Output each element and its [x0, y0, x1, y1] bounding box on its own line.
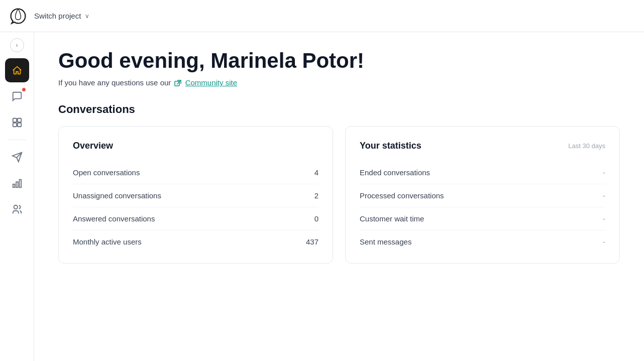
stat-open-label: Open conversations: [73, 168, 140, 177]
sidebar-item-home[interactable]: [5, 58, 29, 82]
overview-card-header: Overview: [73, 141, 318, 151]
svg-rect-7: [16, 182, 18, 187]
stat-open-conversations: Open conversations 4: [73, 161, 318, 184]
stat-ended-value: -: [603, 168, 605, 177]
main-layout: ›: [0, 32, 644, 361]
sidebar: ›: [0, 32, 34, 361]
cards-row: Overview Open conversations 4 Unassigned…: [58, 126, 620, 264]
stat-mau-label: Monthly active users: [73, 237, 142, 246]
sidebar-item-contacts[interactable]: [5, 197, 29, 221]
overview-stats-list: Open conversations 4 Unassigned conversa…: [73, 161, 318, 253]
stat-sent-messages: Sent messages -: [360, 230, 605, 253]
switch-project-button[interactable]: Switch project ∨: [34, 12, 89, 20]
content-area: Good evening, Marinela Potor! If you hav…: [34, 32, 644, 361]
sidebar-item-conversations[interactable]: [5, 84, 29, 108]
statistics-card: Your statistics Last 30 days Ended conve…: [345, 126, 620, 264]
chevron-right-icon: ›: [16, 42, 18, 49]
stat-answered-conversations: Answered conversations 0: [73, 207, 318, 230]
stat-wait-label: Customer wait time: [360, 214, 424, 223]
stat-sent-label: Sent messages: [360, 237, 411, 246]
stat-monthly-active-users: Monthly active users 437: [73, 230, 318, 253]
chevron-down-icon: ∨: [85, 13, 89, 20]
svg-rect-8: [19, 180, 21, 188]
statistics-card-header: Your statistics Last 30 days: [360, 141, 605, 151]
community-link[interactable]: Community site: [185, 78, 237, 87]
stat-customer-wait-time: Customer wait time -: [360, 207, 605, 230]
stat-processed-conversations: Processed conversations -: [360, 184, 605, 207]
sidebar-item-agents[interactable]: [5, 110, 29, 135]
conversations-section-title: Conversations: [58, 103, 620, 116]
stat-unassigned-conversations: Unassigned conversations 2: [73, 184, 318, 207]
switch-project-label: Switch project: [34, 12, 81, 20]
overview-card-title: Overview: [73, 141, 113, 151]
statistics-card-title: Your statistics: [360, 141, 421, 151]
svg-line-11: [177, 80, 181, 84]
stat-wait-value: -: [603, 214, 605, 223]
stat-unassigned-label: Unassigned conversations: [73, 191, 161, 200]
topbar: Switch project ∨: [0, 0, 644, 32]
stat-processed-value: -: [603, 191, 605, 200]
sidebar-toggle-button[interactable]: ›: [10, 38, 24, 52]
svg-rect-0: [13, 118, 16, 122]
greeting-heading: Good evening, Marinela Potor!: [58, 48, 620, 73]
bar-chart-icon: [12, 178, 23, 189]
subtitle-text: If you have any questions use our Commun…: [58, 78, 620, 87]
contacts-icon: [12, 204, 23, 215]
statistics-period-label: Last 30 days: [568, 142, 605, 150]
svg-point-9: [14, 205, 17, 209]
stat-mau-value: 437: [306, 237, 318, 246]
home-icon: [12, 65, 23, 76]
chat-icon: [12, 91, 23, 102]
community-link-icon: [174, 80, 181, 87]
stat-open-value: 4: [314, 168, 318, 177]
stat-ended-label: Ended conversations: [360, 168, 430, 177]
overview-card: Overview Open conversations 4 Unassigned…: [58, 126, 333, 264]
svg-rect-3: [17, 123, 21, 127]
svg-rect-1: [17, 118, 21, 122]
statistics-stats-list: Ended conversations - Processed conversa…: [360, 161, 605, 253]
svg-rect-6: [13, 184, 15, 187]
stat-unassigned-value: 2: [314, 191, 318, 200]
agent-icon: [12, 117, 23, 128]
stat-processed-label: Processed conversations: [360, 191, 444, 200]
sidebar-item-campaigns[interactable]: [5, 145, 29, 169]
svg-rect-2: [13, 123, 16, 127]
logo: [8, 6, 28, 26]
subtitle-prefix: If you have any questions use our: [58, 78, 171, 87]
sidebar-item-reports[interactable]: [5, 171, 29, 195]
stat-answered-value: 0: [314, 214, 318, 223]
send-icon: [12, 152, 23, 163]
stat-answered-label: Answered conversations: [73, 214, 155, 223]
sidebar-divider: [8, 140, 26, 140]
stat-ended-conversations: Ended conversations -: [360, 161, 605, 184]
stat-sent-value: -: [603, 237, 605, 246]
conversations-badge: [22, 87, 26, 92]
